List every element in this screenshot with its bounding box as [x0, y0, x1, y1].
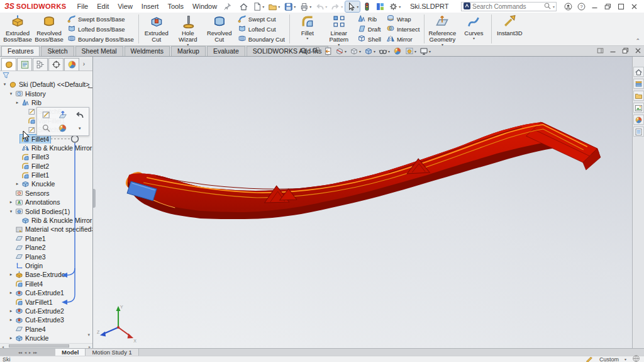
- ribbon-button-curves[interactable]: Curves▾: [458, 13, 489, 45]
- dropdown-caret-icon[interactable]: ▾: [473, 37, 475, 40]
- ribbon-button-boundary-cut[interactable]: Boundary Cut: [236, 35, 286, 44]
- tree-item-content[interactable]: Fillet1: [20, 171, 50, 179]
- globe-icon[interactable]: [632, 354, 640, 362]
- ribbon-button-draft[interactable]: Draft: [356, 25, 382, 34]
- doc-restore-icon[interactable]: [621, 47, 630, 56]
- tree-item-content[interactable]: Fillet3: [20, 152, 50, 161]
- tab-motion-study-1[interactable]: Motion Study 1: [86, 349, 138, 356]
- tree-item-content[interactable]: Fillet4: [14, 280, 44, 288]
- appearances-scenes-icon[interactable]: [633, 115, 644, 125]
- dimxpertmanager-tab[interactable]: [48, 58, 64, 71]
- tree-item-content[interactable]: Solid Bodies(1): [14, 207, 71, 216]
- nav-first-icon[interactable]: ◂◂: [18, 350, 22, 354]
- ribbon-button-instant3d[interactable]: Instant3D: [494, 13, 525, 45]
- help-icon[interactable]: ?: [575, 3, 588, 11]
- units-selector[interactable]: Custom: [599, 356, 619, 362]
- tree-item-solid-bodies-1[interactable]: ▾Solid Bodies(1): [0, 206, 92, 215]
- propertymanager-tab[interactable]: [17, 58, 32, 71]
- expander-icon[interactable]: ▸: [8, 290, 14, 295]
- ribbon-button-mirror[interactable]: Mirror: [385, 35, 421, 44]
- tree-item-rib-knuckle-mirror[interactable]: Rib & Knuckle Mirror: [0, 216, 92, 225]
- edit-appearance-icon[interactable]: [392, 47, 403, 55]
- tab-sketch[interactable]: Sketch: [41, 46, 74, 56]
- ribbon-button-lofted-boss-base[interactable]: Lofted Boss/Base: [66, 25, 135, 34]
- menu-window[interactable]: Window: [188, 3, 221, 10]
- ribbon-button-revolved-boss-base[interactable]: RevolvedBoss/Base: [33, 13, 65, 45]
- tab-weldments[interactable]: Weldments: [125, 46, 170, 56]
- expander-icon[interactable]: ▸: [8, 336, 14, 341]
- tree-item-content[interactable]: Plane2: [14, 243, 47, 252]
- expander-icon[interactable]: ▾: [8, 91, 14, 96]
- ribbon-button-fillet[interactable]: Fillet▾: [292, 13, 323, 45]
- ribbon-button-boundary-boss-base[interactable]: Boundary Boss/Base: [66, 35, 135, 44]
- ribbon-button-wrap[interactable]: Wrap: [385, 14, 421, 24]
- search-scope-icon[interactable]: [463, 2, 471, 11]
- custom-properties-icon[interactable]: [633, 127, 644, 137]
- scrollbar-thumb[interactable]: [9, 344, 69, 348]
- view-settings-icon[interactable]: ▾: [418, 47, 432, 55]
- dropdown-caret-icon[interactable]: ▾: [341, 4, 343, 9]
- tree-item-cut-extrude1[interactable]: ▸Cut-Extrude1: [0, 288, 92, 297]
- dropdown-caret-icon[interactable]: ▾: [399, 4, 401, 9]
- file-explorer-icon[interactable]: [633, 91, 644, 101]
- doc-minimize-icon[interactable]: [609, 47, 617, 56]
- previous-view-icon[interactable]: [322, 47, 333, 55]
- dropdown-caret-icon[interactable]: ▾: [294, 4, 296, 9]
- nav-prev-icon[interactable]: ◂: [25, 350, 26, 354]
- ribbon-button-extruded-boss-base[interactable]: ExtrudedBoss/Base: [2, 13, 33, 45]
- menu-tools[interactable]: Tools: [163, 3, 188, 10]
- ribbon-button-intersect[interactable]: Intersect: [385, 25, 421, 34]
- ribbon-button-revolved-cut[interactable]: RevolvedCut: [204, 13, 235, 45]
- view-orientation-icon[interactable]: ▾: [348, 47, 362, 55]
- ribbon-button-swept-boss-base[interactable]: Swept Boss/Base: [66, 14, 135, 24]
- dropdown-caret-icon[interactable]: ▾: [306, 37, 308, 40]
- tree-item-knuckle[interactable]: ▸Knuckle: [0, 179, 92, 188]
- zoom-to-fit-icon[interactable]: [298, 47, 309, 55]
- tree-item-content[interactable]: Cut-Extrude1: [14, 288, 65, 297]
- dropdown-caret-icon[interactable]: ▾: [345, 49, 347, 54]
- tree-horizontal-scrollbar[interactable]: ◂ ▸: [0, 343, 92, 348]
- tree-item-plane4[interactable]: Plane4: [0, 325, 92, 334]
- tree-item-varfillet1[interactable]: VarFillet1: [0, 297, 92, 306]
- tree-item-content[interactable]: Rib & Knuckle Mirror: [20, 144, 92, 152]
- status-light-icon[interactable]: [361, 1, 373, 12]
- search-box[interactable]: ▾: [461, 2, 557, 11]
- search-caret-icon[interactable]: ▾: [553, 4, 555, 9]
- tree-item-content[interactable]: Origin: [14, 261, 44, 270]
- zoom-to-area-icon[interactable]: [310, 47, 321, 55]
- menu-insert[interactable]: Insert: [137, 3, 164, 10]
- viewport-3d[interactable]: Z Y X: [93, 57, 632, 348]
- motion-nav-buttons[interactable]: ◂◂◂▸▸▸: [0, 349, 55, 356]
- tree-item-fillet1[interactable]: Fillet1: [0, 171, 92, 179]
- tree-item-content[interactable]: Material <not specified>: [14, 225, 92, 234]
- tree-item-content[interactable]: Knuckle: [14, 334, 50, 342]
- tree-item-plane3[interactable]: Plane3: [0, 252, 92, 261]
- menu-file[interactable]: File: [73, 3, 93, 10]
- pin-menu-icon[interactable]: [223, 3, 231, 11]
- doc-close-icon[interactable]: [634, 47, 642, 56]
- nav-next-icon[interactable]: ▸: [29, 350, 31, 354]
- doc-pane-icon[interactable]: [596, 47, 604, 56]
- tree-item-content[interactable]: AAnnotations: [14, 198, 61, 206]
- open-icon[interactable]: ▾: [267, 1, 281, 12]
- expander-icon[interactable]: ▸: [14, 181, 20, 186]
- graphics-viewport[interactable]: Z Y X: [93, 57, 632, 348]
- appearances-icon[interactable]: [56, 122, 70, 135]
- panel-splitter-handle[interactable]: [93, 189, 96, 208]
- expander-icon[interactable]: ▸: [8, 308, 14, 314]
- expander-icon[interactable]: ▾: [2, 82, 8, 87]
- tree-item-annotations[interactable]: ▸AAnnotations: [0, 198, 92, 206]
- tree-item-material-not-specified[interactable]: Material <not specified>: [0, 225, 92, 234]
- search-icon[interactable]: [543, 2, 552, 11]
- view-palette-icon[interactable]: [633, 103, 644, 113]
- ribbon-button-reference-geometry[interactable]: ReferenceGeometry▾: [426, 13, 458, 45]
- menu-edit[interactable]: Edit: [92, 3, 113, 10]
- ribbon-button-swept-cut[interactable]: Swept Cut: [236, 14, 286, 24]
- zoom-to-selection-icon[interactable]: [39, 122, 53, 135]
- tree-item-knuckle[interactable]: ▸Knuckle: [0, 334, 92, 342]
- tree-item-fillet4[interactable]: Fillet4: [0, 280, 92, 288]
- tree-item-ski-default-default-display-st[interactable]: ▾Ski (Default) <<Default>_Display St: [0, 80, 92, 89]
- tab-model[interactable]: Model: [55, 349, 86, 356]
- dropdown-caret-icon[interactable]: ▾: [357, 4, 358, 9]
- tree-scroll-up-icon[interactable]: ▴: [87, 84, 90, 89]
